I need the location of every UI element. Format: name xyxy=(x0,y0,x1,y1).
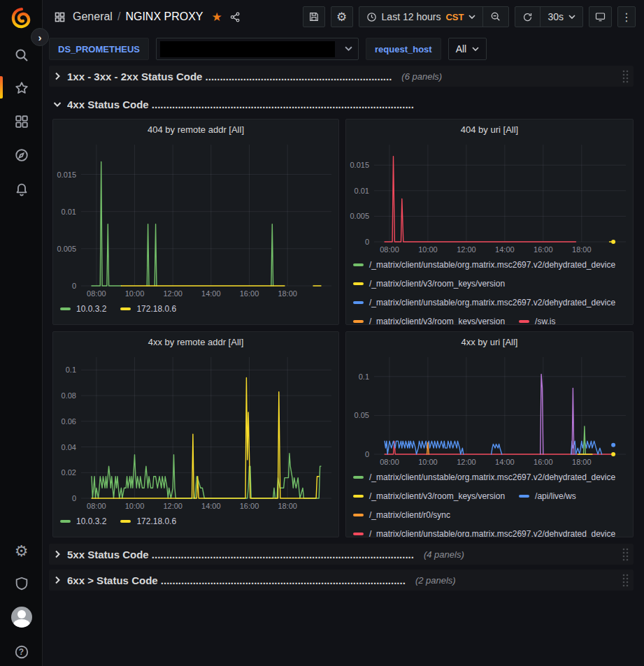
avatar xyxy=(11,607,32,628)
sidebar-item-search[interactable] xyxy=(0,45,43,66)
svg-text:0: 0 xyxy=(365,450,369,458)
zoom-out-button[interactable] xyxy=(482,7,508,27)
variables-bar: DS_PROMETHEUS request_host All xyxy=(49,38,487,60)
row-title: 6xx > Status Code ......................… xyxy=(67,574,406,586)
row-header-1xx-3xx-2xx[interactable]: 1xx - 3xx - 2xx Status Code ............… xyxy=(49,66,634,87)
compass-icon xyxy=(14,147,29,163)
chevron-right-icon xyxy=(53,72,62,80)
chevron-down-icon xyxy=(468,15,475,20)
breadcrumb-folder[interactable]: General xyxy=(73,10,113,23)
refresh-button[interactable] xyxy=(515,7,540,27)
dashboard-settings-button[interactable]: ⚙ xyxy=(331,6,353,27)
legend-swatch xyxy=(60,520,71,523)
legend-item[interactable]: 172.18.0.6 xyxy=(120,515,176,528)
svg-text:0: 0 xyxy=(365,238,369,246)
panel-404-by-uri: 404 by uri [All] 08:0010:0012:0014:0016:… xyxy=(345,119,634,325)
legend-item[interactable]: /_matrix/client/v3/room_keys/version xyxy=(353,490,505,502)
legend-label: 10.0.3.2 xyxy=(76,303,106,315)
panel-title[interactable]: 4xx by remote addr [All] xyxy=(53,332,338,352)
sidebar-item-help[interactable]: ? xyxy=(0,642,43,663)
gear-icon: ⚙ xyxy=(336,11,347,23)
sidebar-item-starred[interactable] xyxy=(0,78,43,99)
sidebar-item-configuration[interactable]: ⚙ xyxy=(0,541,43,562)
tv-mode-button[interactable] xyxy=(589,6,612,27)
monitor-icon xyxy=(594,11,606,22)
legend-item[interactable]: /_matrix/client/unstable/org.matrix.msc2… xyxy=(353,296,615,309)
panel-title[interactable]: 404 by uri [All] xyxy=(346,120,633,139)
sidebar-expand-button[interactable]: › xyxy=(31,28,49,46)
svg-text:0: 0 xyxy=(72,282,76,290)
timeseries-chart[interactable]: 08:0010:0012:0014:0016:0018:0000.020.040… xyxy=(53,352,338,514)
panel-404-by-remote-addr: 404 by remote addr [All] 08:0010:0012:00… xyxy=(52,119,339,325)
legend-swatch xyxy=(60,307,71,310)
star-icon xyxy=(14,80,29,96)
legend-label: 10.0.3.2 xyxy=(76,515,106,528)
legend-label: /_matrix/client/r0/sync xyxy=(369,509,450,521)
panel-legend: /_matrix/client/unstable/org.matrix.msc2… xyxy=(346,470,633,537)
row-header-6xx[interactable]: 6xx > Status Code ......................… xyxy=(49,570,634,591)
legend-label: /_matrix/client/v3/room_keys/version xyxy=(369,277,505,290)
sidebar-item-explore[interactable] xyxy=(0,145,43,166)
row-drag-handle[interactable] xyxy=(621,69,629,83)
svg-text:0.005: 0.005 xyxy=(350,212,369,220)
legend-item[interactable]: /_matrix/client/v3/room_keys/version xyxy=(353,315,505,324)
legend-item[interactable]: /_matrix/client/v3/room_keys/version xyxy=(353,277,505,290)
request-host-variable-label[interactable]: request_host xyxy=(366,38,441,60)
legend-item[interactable]: /_matrix/client/r0/sync xyxy=(353,509,450,521)
svg-text:0.1: 0.1 xyxy=(66,365,76,374)
row-header-5xx[interactable]: 5xx Status Code ........................… xyxy=(49,544,634,565)
svg-text:0.015: 0.015 xyxy=(57,171,76,179)
svg-text:08:00: 08:00 xyxy=(87,502,106,510)
row-panel-count: (6 panels) xyxy=(401,71,442,82)
favorite-star-icon[interactable]: ★ xyxy=(212,10,222,24)
sidebar-item-dashboards[interactable] xyxy=(0,111,43,132)
panel-title[interactable]: 4xx by uri [All] xyxy=(346,332,633,352)
legend-item[interactable]: 172.18.0.6 xyxy=(120,303,176,315)
svg-text:12:00: 12:00 xyxy=(457,458,476,466)
apps-grid-icon xyxy=(54,11,66,23)
timeseries-chart[interactable]: 08:0010:0012:0014:0016:0018:0000.0050.01… xyxy=(53,139,338,301)
svg-text:0.08: 0.08 xyxy=(62,391,76,400)
time-range-label: Last 12 hours xyxy=(382,11,441,22)
legend-item[interactable]: /api/live/ws xyxy=(519,490,576,502)
datasource-variable-label[interactable]: DS_PROMETHEUS xyxy=(49,38,149,60)
grafana-page: ⚙ ? › General / xyxy=(0,0,644,666)
sidebar-item-server-admin[interactable] xyxy=(0,573,43,594)
legend-item[interactable]: /_matrix/client/unstable/org.matrix.msc2… xyxy=(353,528,615,537)
legend-item[interactable]: /sw.js xyxy=(519,315,555,324)
time-range-picker[interactable]: Last 12 hours CST xyxy=(359,7,483,27)
legend-item[interactable]: 10.0.3.2 xyxy=(60,515,106,528)
share-icon[interactable] xyxy=(229,11,241,23)
sidebar-item-profile[interactable] xyxy=(0,605,43,629)
breadcrumb-dashboard-title[interactable]: NGINX PROXY xyxy=(125,10,203,23)
svg-text:0.02: 0.02 xyxy=(62,468,76,477)
legend-item[interactable]: /_matrix/client/unstable/org.matrix.msc2… xyxy=(353,471,615,484)
svg-text:08:00: 08:00 xyxy=(87,289,106,298)
legend-swatch xyxy=(353,514,364,516)
legend-item[interactable]: /_matrix/client/unstable/org.matrix.msc2… xyxy=(353,259,615,271)
legend-swatch xyxy=(353,282,364,285)
request-host-variable-select[interactable]: All xyxy=(448,38,487,60)
row-drag-handle[interactable] xyxy=(621,573,629,587)
row-header-4xx[interactable]: 4xx Status Code ........................… xyxy=(49,94,634,115)
row-drag-handle[interactable] xyxy=(621,547,629,561)
timeseries-chart[interactable]: 08:0010:0012:0014:0016:0018:0000.050.1 xyxy=(346,352,633,470)
panel-4xx-by-remote-addr: 4xx by remote addr [All] 08:0010:0012:00… xyxy=(52,331,339,537)
sidebar-item-alerting[interactable] xyxy=(0,178,43,199)
panel-title[interactable]: 404 by remote addr [All] xyxy=(53,120,338,139)
panel-legend: /_matrix/client/unstable/org.matrix.msc2… xyxy=(346,257,633,324)
refresh-interval-picker[interactable]: 30s xyxy=(540,7,582,27)
svg-text:16:00: 16:00 xyxy=(240,502,259,510)
row-panel-count: (4 panels) xyxy=(424,549,464,560)
legend-swatch xyxy=(353,476,364,479)
grafana-logo[interactable] xyxy=(0,6,43,31)
datasource-variable-select[interactable] xyxy=(156,38,359,60)
save-dashboard-button[interactable] xyxy=(303,6,325,27)
timeseries-chart[interactable]: 08:0010:0012:0014:0016:0018:0000.0050.01… xyxy=(346,139,633,257)
legend-item[interactable]: 10.0.3.2 xyxy=(60,303,106,315)
row-title: 1xx - 3xx - 2xx Status Code ............… xyxy=(67,71,392,82)
row-panel-count: (2 panels) xyxy=(415,575,456,586)
chevron-down-icon xyxy=(568,15,575,20)
chevron-right-icon: › xyxy=(38,31,42,43)
more-options-button[interactable]: ⋮ xyxy=(617,6,636,27)
